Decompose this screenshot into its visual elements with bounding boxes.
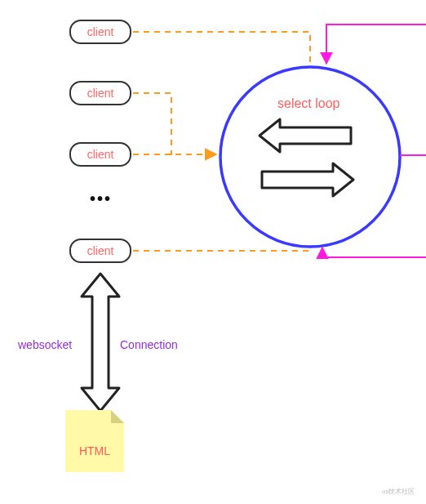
- client-label: client: [87, 148, 114, 161]
- client-box-3: client: [69, 142, 131, 167]
- magenta-top: [326, 25, 426, 64]
- double-arrow-icon: [82, 274, 119, 411]
- client-box-4: client: [69, 239, 131, 263]
- select-loop-label: select loop: [277, 96, 340, 111]
- ellipsis: •••: [90, 190, 112, 208]
- client-box-1: client: [69, 20, 131, 44]
- client-label: client: [87, 244, 114, 257]
- client-box-2: client: [69, 81, 131, 105]
- watermark: os技术社区: [382, 487, 415, 496]
- link-client1: [133, 32, 310, 64]
- html-doc-label: HTML: [65, 444, 124, 457]
- connection-label: Connection: [120, 338, 178, 351]
- client-label: client: [87, 87, 114, 100]
- websocket-label: websocket: [18, 338, 72, 351]
- html-doc-icon: HTML: [65, 410, 124, 472]
- client-label: client: [87, 25, 114, 38]
- link-client2: [133, 93, 171, 155]
- magenta-bottom: [322, 248, 426, 257]
- select-loop-circle: [220, 67, 400, 247]
- connections-layer: [0, 0, 426, 504]
- exchange-arrows-icon: [260, 119, 353, 196]
